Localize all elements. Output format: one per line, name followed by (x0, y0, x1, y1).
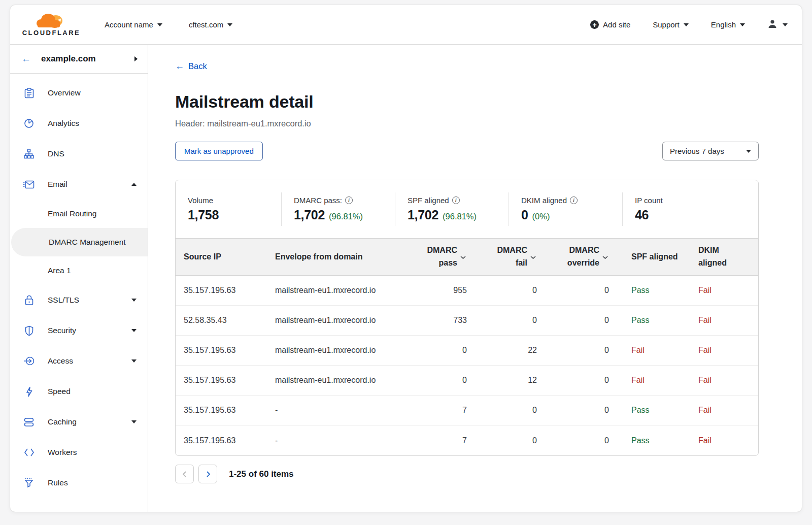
stats-bar: Volume 1,758 DMARC pass:i 1,702(96.81%) … (176, 180, 758, 238)
spf-aligned-cell: Pass (613, 286, 684, 295)
table-row[interactable]: 35.157.195.63 - 7 0 0 Pass Fail (176, 396, 758, 425)
sidebar-item-dmarc-management[interactable]: DMARC Management (11, 228, 148, 256)
user-menu[interactable] (767, 19, 788, 30)
chevron-down-icon (131, 359, 137, 363)
table-row[interactable]: 35.157.195.63 mailstream-eu1.mxrecord.io… (176, 276, 758, 306)
sort-chevron-icon[interactable] (601, 253, 609, 261)
chevron-down-icon (740, 23, 745, 26)
user-icon (767, 19, 777, 30)
envelope-cell: mailstream-eu1.mxrecord.io (275, 286, 406, 295)
stat-label: DMARC pass: (294, 196, 342, 205)
column-envelope-from-domain: Envelope from domain (275, 252, 406, 261)
chevron-down-icon (131, 420, 137, 423)
sidebar-item-label: Analytics (48, 119, 79, 128)
main-content: ← Back Mailstream detail Header: mailstr… (148, 45, 802, 512)
dmarc-override-cell: 0 (541, 406, 613, 415)
dmarc-pass-cell: 7 (406, 436, 471, 445)
column-dkim-aligned: DKIM aligned (684, 244, 750, 270)
column-source-ip: Source IP (184, 252, 275, 261)
column-dmarc-pass[interactable]: DMARC pass (406, 244, 471, 270)
info-icon[interactable]: i (452, 196, 460, 204)
column-label: DMARC pass (417, 244, 457, 270)
sort-chevron-icon[interactable] (529, 253, 537, 261)
dmarc-pass-cell: 0 (406, 376, 471, 385)
top-navbar: CLOUDFLARE Account name cftest.com + Add… (10, 5, 802, 45)
info-icon[interactable]: i (345, 196, 353, 204)
sidebar-item-analytics[interactable]: Analytics (10, 108, 148, 139)
next-page-button[interactable] (198, 465, 217, 483)
dmarc-override-cell: 0 (541, 376, 613, 385)
back-link[interactable]: ← Back (175, 61, 207, 72)
previous-page-button[interactable] (175, 465, 194, 483)
sidebar-item-overview[interactable]: Overview (10, 78, 148, 108)
sidebar-item-ssl-tls[interactable]: SSL/TLS (10, 285, 148, 315)
envelope-cell: - (275, 406, 406, 415)
language-dropdown[interactable]: English (711, 20, 745, 29)
stat-spf-aligned: SPF alignedi 1,702(96.81%) (395, 192, 509, 226)
stat-volume: Volume 1,758 (176, 192, 281, 226)
sidebar-item-speed[interactable]: Speed (10, 376, 148, 407)
stat-label: IP count (635, 196, 663, 205)
dkim-aligned-cell: Fail (684, 436, 750, 445)
table-row[interactable]: 35.157.195.63 - 7 0 0 Pass Fail (176, 425, 758, 455)
sidebar-item-access[interactable]: Access (10, 346, 148, 376)
sidebar-item-email[interactable]: Email (10, 169, 148, 200)
support-dropdown[interactable]: Support (653, 20, 689, 29)
dmarc-pass-cell: 733 (406, 316, 471, 325)
dmarc-override-cell: 0 (541, 436, 613, 445)
envelope-cell: mailstream-eu1.mxrecord.io (275, 316, 406, 325)
sidebar-item-dns[interactable]: DNS (10, 139, 148, 169)
email-icon (23, 180, 35, 189)
cloudflare-logo[interactable]: CLOUDFLARE (21, 13, 81, 37)
column-label: DKIM aligned (698, 244, 730, 270)
dmarc-override-cell: 0 (541, 346, 613, 355)
stat-percentage: (96.81%) (443, 212, 477, 221)
sidebar-item-workers[interactable]: Workers (10, 437, 148, 468)
add-site-button[interactable]: + Add site (590, 20, 630, 29)
table-row[interactable]: 35.157.195.63 mailstream-eu1.mxrecord.io… (176, 366, 758, 396)
sidebar-item-label: Speed (48, 387, 71, 396)
table-row[interactable]: 35.157.195.63 mailstream-eu1.mxrecord.io… (176, 336, 758, 366)
spf-aligned-cell: Pass (613, 436, 684, 445)
access-icon (23, 356, 35, 366)
stat-ip-count: IP count 46 (622, 192, 736, 226)
pie-chart-icon (23, 118, 35, 128)
table-row[interactable]: 52.58.35.43 mailstream-eu1.mxrecord.io 7… (176, 306, 758, 336)
dmarc-fail-cell: 0 (471, 436, 541, 445)
source-ip-cell: 52.58.35.43 (184, 316, 275, 325)
site-dropdown[interactable]: cftest.com (189, 20, 232, 29)
sidebar-item-rules[interactable]: Rules (10, 468, 148, 498)
dmarc-pass-cell: 0 (406, 346, 471, 355)
chevron-down-icon (227, 23, 232, 26)
column-dmarc-fail[interactable]: DMARC fail (471, 244, 541, 270)
sort-chevron-icon[interactable] (459, 253, 467, 261)
pagination-label: 1-25 of 60 items (229, 469, 294, 479)
sidebar-item-caching[interactable]: Caching (10, 407, 148, 437)
dmarc-fail-cell: 0 (471, 286, 541, 295)
page-subtitle: Header: mailstream-eu1.mxrecord.io (175, 119, 759, 128)
stat-value: 1,758 (188, 208, 219, 222)
info-icon[interactable]: i (570, 196, 578, 204)
mark-unapproved-button[interactable]: Mark as unapproved (175, 142, 263, 160)
column-dmarc-override[interactable]: DMARC override (541, 244, 613, 270)
pagination: 1-25 of 60 items (175, 465, 759, 483)
sidebar-item-security[interactable]: Security (10, 315, 148, 346)
sidebar-item-area-1[interactable]: Area 1 (10, 256, 148, 285)
lightning-bolt-icon (23, 386, 35, 397)
stat-label: Volume (188, 196, 213, 205)
dmarc-pass-cell: 955 (406, 286, 471, 295)
date-range-select[interactable]: Previous 7 days (662, 142, 759, 160)
sidebar-item-email-routing[interactable]: Email Routing (10, 200, 148, 228)
site-label: cftest.com (189, 20, 223, 29)
dkim-aligned-cell: Fail (684, 376, 750, 385)
chevron-down-icon (684, 23, 689, 26)
source-ip-cell: 35.157.195.63 (184, 406, 275, 415)
mailstream-card: Volume 1,758 DMARC pass:i 1,702(96.81%) … (175, 180, 759, 456)
stat-value: 1,702 (294, 208, 325, 222)
clipboard-icon (23, 88, 35, 99)
dns-tree-icon (23, 149, 35, 159)
account-name-dropdown[interactable]: Account name (105, 20, 162, 29)
zone-selector[interactable]: ← example.com (10, 45, 148, 74)
add-site-label: Add site (603, 20, 630, 29)
back-arrow-icon[interactable]: ← (21, 53, 31, 64)
